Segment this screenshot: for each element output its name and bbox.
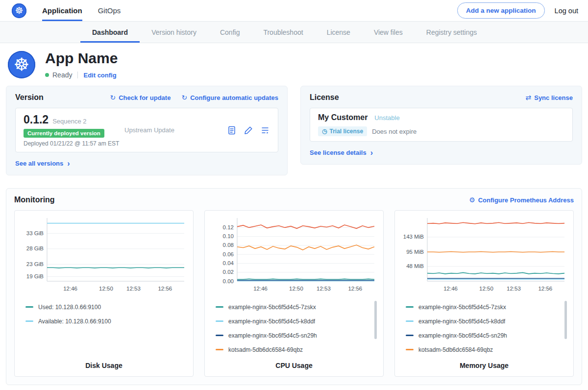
legend-swatch	[216, 306, 223, 308]
edit-config-icon[interactable]	[244, 125, 253, 135]
svg-text:23 GiB: 23 GiB	[26, 261, 44, 267]
legend-scrollbar[interactable]	[564, 301, 567, 339]
check-for-update-label: Check for update	[119, 94, 171, 101]
legend-scrollbar[interactable]	[374, 301, 377, 339]
version-card: Version ↻ Check for update ↻ Configure a…	[6, 86, 288, 175]
svg-text:12:50: 12:50	[289, 286, 303, 292]
legend-item[interactable]: example-nginx-5bc6f5d4c5-7zskx	[216, 300, 370, 314]
sync-license-link[interactable]: ⇄ Sync license	[525, 94, 573, 101]
svg-text:12:56: 12:56	[158, 286, 172, 292]
status-dot	[45, 73, 49, 77]
cpu-usage-chart: 0.120.100.080.060.040.020.0012:4612:5012…	[210, 216, 378, 293]
memory-usage-panel: 143 MiB95 MiB48 MiB12:4612:5012:5312:56 …	[394, 210, 574, 377]
svg-text:0.12: 0.12	[223, 224, 234, 230]
page-title: App Name	[45, 50, 118, 67]
version-card-title: Version	[15, 93, 44, 102]
legend-item[interactable]: Used: 10.128.0.66:9100	[25, 300, 188, 314]
legend-swatch	[406, 306, 414, 308]
configure-prometheus-link[interactable]: ⚙ Configure Prometheus Address	[469, 196, 574, 204]
subnav-tab-troubleshoot[interactable]: Troubleshoot	[251, 22, 315, 43]
svg-text:0.10: 0.10	[223, 233, 234, 239]
legend-label: example-nginx-5bc6f5d4c5-sn29h	[228, 332, 317, 339]
legend-item[interactable]: example-nginx-5bc6f5d4c5-k8ddf	[216, 314, 370, 328]
disk-usage-chart: 33 GiB28 GiB23 GiB19 GiB12:4612:5012:531…	[20, 216, 188, 293]
legend-label: Available: 10.128.0.66:9100	[38, 318, 111, 325]
legend-item[interactable]: Available: 10.128.0.66:9100	[25, 314, 188, 328]
legend-swatch	[216, 335, 223, 336]
add-application-button[interactable]: Add a new application	[457, 2, 545, 19]
legend-swatch	[25, 306, 33, 308]
check-for-update-link[interactable]: ↻ Check for update	[110, 94, 171, 101]
svg-text:0.00: 0.00	[223, 278, 234, 284]
license-card-title: License	[310, 93, 339, 102]
trial-license-badge: ◷ Trial license	[318, 126, 367, 136]
status-text: Ready	[52, 71, 72, 79]
current-version-box: 0.1.2 Sequence 2 Currently deployed vers…	[15, 108, 278, 152]
upstream-update-label: Upstream Update	[124, 126, 227, 134]
legend-swatch	[406, 335, 414, 336]
legend-item[interactable]: example-nginx-5bc6f5d4c5-7zskx	[406, 300, 561, 314]
charts-row: 33 GiB28 GiB23 GiB19 GiB12:4612:5012:531…	[14, 210, 574, 377]
svg-text:48 MiB: 48 MiB	[406, 263, 424, 269]
deployed-badge: Currently deployed version	[24, 129, 104, 138]
subnav-tab-dashboard[interactable]: Dashboard	[80, 22, 140, 43]
kubernetes-wheel-icon: ☸	[14, 56, 29, 73]
disk-usage-legend: Used: 10.128.0.66:9100Available: 10.128.…	[20, 300, 188, 328]
see-all-versions-link[interactable]: See all versions ›	[15, 160, 70, 168]
subnav-tab-config[interactable]: Config	[208, 22, 251, 43]
subnav: DashboardVersion historyConfigTroublesho…	[0, 22, 588, 43]
legend-label: example-nginx-5bc6f5d4c5-7zskx	[228, 304, 316, 311]
legend-swatch	[216, 349, 223, 350]
sequence-label: Sequence 2	[52, 118, 86, 125]
version-number: 0.1.2	[24, 113, 49, 126]
legend-item[interactable]: kotsadm-5db6dc6584-69qbz	[216, 342, 370, 357]
monitoring-section: Monitoring ⚙ Configure Prometheus Addres…	[6, 188, 582, 385]
subnav-tab-registry-settings[interactable]: Registry settings	[415, 22, 489, 43]
legend-item[interactable]: example-nginx-5bc6f5d4c5-sn29h	[406, 328, 561, 342]
legend-item[interactable]: example-nginx-5bc6f5d4c5-k8ddf	[406, 314, 561, 328]
release-notes-icon[interactable]	[227, 125, 237, 135]
see-license-details-link[interactable]: See license details ›	[310, 149, 373, 157]
svg-text:12:50: 12:50	[479, 286, 493, 292]
cpu-usage-title: CPU Usage	[210, 357, 378, 372]
legend-label: example-nginx-5bc6f5d4c5-k8ddf	[418, 318, 505, 325]
topnav-right: Add a new application Log out	[457, 2, 578, 19]
legend-item[interactable]: kotsadm-5db6dc6584-69qbz	[406, 342, 561, 357]
subnav-tab-view-files[interactable]: View files	[362, 22, 415, 43]
cards-row: Version ↻ Check for update ↻ Configure a…	[0, 83, 588, 175]
tab-application[interactable]: Application	[42, 0, 82, 21]
license-card: License ⇄ Sync license My Customer Unsta…	[300, 86, 582, 165]
see-all-versions-label: See all versions	[15, 160, 63, 167]
subnav-tab-version-history[interactable]: Version history	[140, 22, 208, 43]
legend-item[interactable]: example-nginx-5bc6f5d4c5-sn29h	[216, 328, 370, 342]
legend-label: Used: 10.128.0.66:9100	[38, 304, 101, 311]
configure-auto-updates-label: Configure automatic updates	[190, 94, 278, 101]
configure-auto-updates-link[interactable]: ↻ Configure automatic updates	[181, 94, 278, 101]
svg-text:12:53: 12:53	[317, 286, 331, 292]
kubernetes-logo[interactable]: ☸	[12, 3, 26, 18]
sync-license-label: Sync license	[534, 94, 573, 101]
legend-swatch	[216, 320, 223, 322]
chevron-right-icon: ›	[67, 160, 70, 168]
svg-text:12:50: 12:50	[99, 286, 113, 292]
svg-text:0.02: 0.02	[223, 269, 234, 275]
see-license-details-label: See license details	[310, 149, 367, 156]
top-navbar: ☸ Application GitOps Add a new applicati…	[0, 0, 588, 22]
logout-link[interactable]: Log out	[555, 7, 578, 15]
gear-icon: ⚙	[469, 196, 475, 203]
edit-config-link[interactable]: Edit config	[83, 72, 116, 79]
svg-text:143 MiB: 143 MiB	[403, 234, 424, 240]
disk-usage-panel: 33 GiB28 GiB23 GiB19 GiB12:4612:5012:531…	[14, 210, 194, 377]
svg-text:95 MiB: 95 MiB	[406, 249, 424, 255]
legend-swatch	[25, 320, 33, 322]
legend-label: kotsadm-5db6dc6584-69qbz	[418, 346, 493, 353]
subnav-tab-license[interactable]: License	[315, 22, 362, 43]
legend-label: kotsadm-5db6dc6584-69qbz	[228, 346, 303, 353]
sync-icon: ⇄	[525, 94, 531, 101]
svg-text:12:53: 12:53	[507, 286, 521, 292]
svg-text:12:56: 12:56	[538, 286, 552, 292]
tab-gitops[interactable]: GitOps	[98, 0, 121, 21]
app-header: ☸ App Name Ready Edit config	[0, 43, 588, 83]
deployed-timestamp: Deployed 01/21/22 @ 11:57 am EST	[24, 140, 124, 147]
deploy-logs-icon[interactable]	[260, 125, 270, 135]
